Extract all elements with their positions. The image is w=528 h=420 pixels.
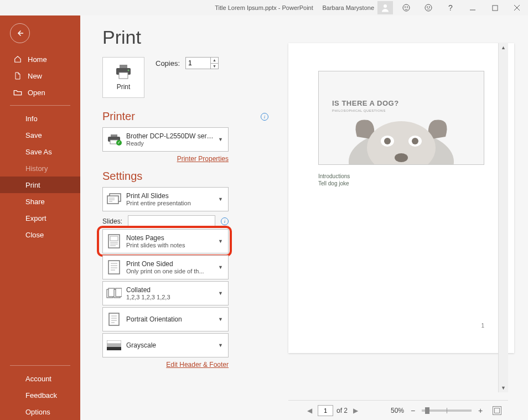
setting-sub: 1,2,3 1,2,3 1,2,3 <box>126 294 214 300</box>
sides-dropdown[interactable]: Print One Sided Only print on one side o… <box>102 255 229 279</box>
vertical-scrollbar[interactable]: ▲ ▼ <box>498 43 508 392</box>
next-page-button[interactable]: ▶ <box>351 407 360 414</box>
notes-line: Introductions <box>318 173 484 180</box>
settings-heading: Settings <box>102 170 142 183</box>
username-label: Barbara Marystone <box>322 4 374 11</box>
setting-title: Collated <box>126 286 214 294</box>
slide-thumbnail: IS THERE A DOG? PHILOSOPHICAL QUESTIONS <box>318 71 484 165</box>
help-icon[interactable]: ? <box>439 0 462 15</box>
sidebar-label: New <box>28 72 42 80</box>
slides-range-input[interactable] <box>128 215 215 227</box>
back-button[interactable] <box>10 23 30 43</box>
layout-dropdown[interactable]: Notes Pages Print slides with notes ▼ <box>102 229 229 253</box>
sidebar-item-save-as[interactable]: Save As <box>0 143 80 160</box>
collated-icon <box>106 286 122 301</box>
svg-point-51 <box>412 138 418 144</box>
svg-rect-43 <box>107 340 121 344</box>
minimize-button[interactable] <box>462 0 484 15</box>
sidebar-item-feedback[interactable]: Feedback <box>0 387 80 403</box>
setting-title: Notes Pages <box>126 234 214 242</box>
sidebar-item-info[interactable]: Info <box>0 110 80 127</box>
printer-properties-link[interactable]: Printer Properties <box>177 155 229 163</box>
sidebar-label: Save <box>25 131 42 139</box>
sidebar-item-history: History <box>0 160 80 177</box>
scroll-down-icon[interactable]: ▼ <box>499 383 508 392</box>
sidebar-item-account[interactable]: Account <box>0 370 80 387</box>
smile-icon[interactable] <box>395 0 417 15</box>
zoom-slider[interactable] <box>422 409 472 412</box>
chevron-down-icon: ▼ <box>218 238 225 244</box>
printer-name: Brother DCP-L2550DW serie... <box>126 132 214 140</box>
zoom-in-button[interactable]: + <box>476 406 485 415</box>
print-panel: Print Print Copies: 1 ▲▼ <box>80 15 528 420</box>
maximize-button[interactable] <box>484 0 506 15</box>
sidebar-item-open[interactable]: Open <box>0 84 80 101</box>
grayscale-icon <box>106 338 122 353</box>
sidebar-label: Info <box>25 115 38 123</box>
page-count-label: of 2 <box>337 407 348 414</box>
slide-title-text: IS THERE A DOG? <box>332 99 399 107</box>
zoom-out-button[interactable]: − <box>408 406 417 415</box>
document-title: Title Lorem Ipsum.pptx - PowerPoint <box>215 4 313 11</box>
avatar[interactable] <box>377 1 393 14</box>
svg-point-5 <box>427 7 427 7</box>
sidebar-item-close[interactable]: Close <box>0 226 80 243</box>
chevron-down-icon: ▼ <box>218 291 225 296</box>
one-sided-icon <box>106 260 122 275</box>
sidebar-item-save[interactable]: Save <box>0 127 80 143</box>
copies-label: Copies: <box>156 59 180 68</box>
zoom-percent: 50% <box>391 407 404 414</box>
sidebar-item-share[interactable]: Share <box>0 193 80 210</box>
preview-page: IS THERE A DOG? PHILOSOPHICAL QUESTIONS <box>288 43 514 353</box>
copies-spinner[interactable]: ▲▼ <box>210 58 218 69</box>
chevron-down-icon: ▼ <box>218 317 225 322</box>
svg-point-0 <box>384 4 387 8</box>
printer-icon <box>115 64 132 80</box>
info-icon[interactable]: i <box>221 217 229 225</box>
print-range-dropdown[interactable]: Print All Slides Print entire presentati… <box>102 187 229 211</box>
setting-sub: Print slides with notes <box>126 242 214 248</box>
title-bar: Title Lorem Ipsum.pptx - PowerPoint Barb… <box>0 0 528 15</box>
printer-status: Ready <box>126 140 214 147</box>
info-icon[interactable]: i <box>261 113 268 121</box>
close-button[interactable] <box>506 0 528 15</box>
slides-label: Slides: <box>102 217 125 225</box>
scroll-up-icon[interactable]: ▲ <box>499 43 508 52</box>
collated-dropdown[interactable]: Collated 1,2,3 1,2,3 1,2,3 ▼ <box>102 281 229 305</box>
sidebar-item-print[interactable]: Print <box>0 177 80 193</box>
svg-rect-29 <box>108 261 120 274</box>
prev-page-button[interactable]: ◀ <box>305 407 314 414</box>
dog-image <box>335 109 468 164</box>
svg-rect-37 <box>116 288 122 297</box>
sidebar-separator <box>10 365 70 366</box>
frown-icon[interactable] <box>417 0 439 15</box>
edit-header-footer-link[interactable]: Edit Header & Footer <box>166 361 229 369</box>
color-dropdown[interactable]: Grayscale ▼ <box>102 333 229 357</box>
svg-point-15 <box>128 70 130 71</box>
sidebar-item-home[interactable]: Home <box>0 51 80 68</box>
setting-sub: Only print on one side of th... <box>126 268 214 274</box>
svg-rect-16 <box>111 134 117 137</box>
orientation-dropdown[interactable]: Portrait Orientation ▼ <box>102 307 229 331</box>
svg-point-2 <box>405 7 405 7</box>
sidebar-item-options[interactable]: Options <box>0 403 80 420</box>
svg-rect-38 <box>109 313 119 325</box>
svg-point-52 <box>395 153 408 162</box>
sidebar-item-export[interactable]: Export <box>0 210 80 226</box>
setting-title: Grayscale <box>126 341 214 349</box>
sidebar-label: Options <box>25 408 50 416</box>
sidebar-item-new[interactable]: New <box>0 68 80 84</box>
sidebar-label: Export <box>25 214 46 222</box>
svg-point-4 <box>425 4 432 11</box>
new-icon <box>13 71 22 80</box>
sidebar-label: Share <box>25 198 45 206</box>
sidebar-label: Close <box>25 231 44 239</box>
current-page-input[interactable]: 1 <box>318 405 333 416</box>
current-page-value: 1 <box>324 407 327 414</box>
copies-input[interactable]: 1 ▲▼ <box>185 57 219 69</box>
printer-dropdown[interactable]: ✓ Brother DCP-L2550DW serie... Ready ▼ <box>102 127 229 152</box>
print-button[interactable]: Print <box>102 57 144 98</box>
preview-bottom-bar: ◀ 1 of 2 ▶ 50% − + <box>288 400 508 420</box>
fit-to-window-button[interactable] <box>493 406 501 415</box>
sidebar-label: Feedback <box>25 391 57 400</box>
